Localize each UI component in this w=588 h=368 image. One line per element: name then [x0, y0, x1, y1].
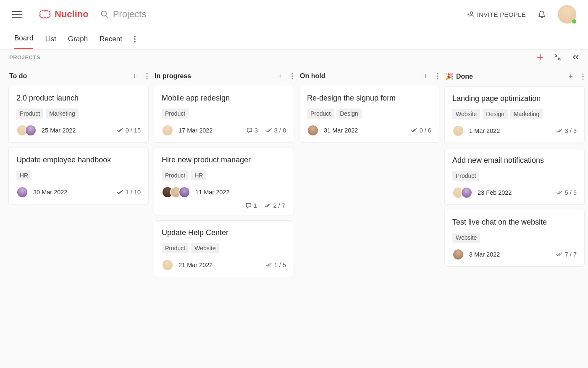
- card-tags: HR: [16, 170, 141, 180]
- column-menu-button[interactable]: [437, 73, 438, 79]
- menu-icon[interactable]: [12, 9, 22, 19]
- svg-point-10: [146, 73, 147, 74]
- card[interactable]: Re-design the signup formProductDesign31…: [299, 86, 439, 143]
- checklist-icon: [265, 203, 271, 208]
- add-column-button[interactable]: [537, 54, 543, 61]
- column-header: On hold+: [299, 68, 439, 86]
- add-card-button[interactable]: +: [423, 72, 428, 80]
- card-tags: ProductHR: [162, 170, 286, 180]
- user-avatar[interactable]: [558, 5, 576, 24]
- card-footer: 31 Mar 20220 / 6: [307, 124, 431, 136]
- column-cards: Landing page optimizationWebsiteDesignMa…: [444, 86, 585, 267]
- card[interactable]: Add new email notificationsProduct23 Feb…: [444, 148, 585, 205]
- tag: Product: [162, 243, 189, 253]
- card-date: 3 Mar 2022: [469, 251, 556, 258]
- avatar-icon: [307, 124, 319, 136]
- bell-icon[interactable]: [538, 10, 546, 19]
- board-label: PROJECTS: [9, 54, 40, 61]
- svg-point-16: [437, 73, 438, 74]
- checklist-metric: 3 / 8: [265, 127, 286, 134]
- board-bar: PROJECTS: [0, 50, 588, 65]
- tab-graph[interactable]: Graph: [68, 29, 88, 49]
- card-footer: 1 Mar 20223 / 3: [452, 125, 577, 137]
- board-area: PROJECTS To do+2.0 product launchProduct…: [0, 50, 588, 368]
- card-avatars: [452, 249, 464, 260]
- invite-people-button[interactable]: INVITE PEOPLE: [467, 11, 526, 18]
- tab-board[interactable]: Board: [14, 29, 33, 49]
- brand-logo[interactable]: Nuclino: [39, 9, 89, 20]
- tag: Design: [483, 109, 508, 119]
- avatar-icon: [461, 187, 472, 199]
- board-column: 🎉Done+Landing page optimizationWebsiteDe…: [444, 68, 585, 267]
- card-metrics: 5 / 5: [556, 189, 577, 196]
- tab-recent[interactable]: Recent: [100, 29, 122, 49]
- avatar-icon: [162, 259, 173, 271]
- checklist-icon: [117, 190, 123, 195]
- card-footer-row2: 12 / 7: [162, 202, 286, 209]
- card-tags: WebsiteDesignMarketing: [452, 109, 577, 119]
- svg-point-6: [134, 38, 136, 40]
- checklist-icon: [265, 128, 272, 133]
- card-title: Update employee handbook: [16, 156, 141, 164]
- invite-label: INVITE PEOPLE: [477, 11, 526, 18]
- column-emoji: 🎉: [445, 72, 454, 80]
- card-footer: 25 Mar 20220 / 15: [16, 124, 141, 136]
- tag: HR: [16, 170, 32, 180]
- more-icon[interactable]: [134, 36, 136, 42]
- card-footer: 23 Feb 20225 / 5: [452, 187, 577, 199]
- card[interactable]: Mobile app redesignProduct17 Mar 202233 …: [154, 86, 294, 143]
- checklist-icon: [556, 252, 563, 257]
- card[interactable]: Hire new product managerProductHR11 Mar …: [154, 148, 294, 215]
- svg-point-20: [582, 76, 583, 77]
- column-header: 🎉Done+: [444, 68, 585, 86]
- svg-point-15: [291, 78, 293, 79]
- card-tags: ProductDesign: [307, 109, 431, 119]
- plus-icon: [537, 54, 543, 61]
- card[interactable]: Update Help CenterProductWebsite21 Mar 2…: [154, 220, 294, 277]
- column-cards: 2.0 product launchProductMarketing25 Mar…: [8, 86, 149, 204]
- svg-point-12: [146, 78, 147, 79]
- column-title: 🎉Done: [445, 72, 568, 80]
- card-tags: ProductWebsite: [162, 243, 286, 253]
- card-metrics: 1 / 5: [265, 262, 286, 268]
- search-area[interactable]: Projects: [100, 9, 467, 20]
- tab-list[interactable]: List: [45, 29, 56, 49]
- column-menu-button[interactable]: [146, 73, 148, 79]
- checklist-metric: 1 / 10: [117, 189, 141, 196]
- svg-point-17: [437, 75, 438, 77]
- card-metrics: 33 / 8: [247, 127, 286, 134]
- card-title: Hire new product manager: [162, 156, 286, 164]
- card-tags: ProductMarketing: [16, 109, 141, 119]
- comments-metric: 1: [246, 202, 257, 209]
- add-card-button[interactable]: +: [132, 72, 137, 80]
- card[interactable]: Update employee handbookHR30 Mar 20221 /…: [8, 148, 149, 204]
- column-cards: Mobile app redesignProduct17 Mar 202233 …: [154, 86, 294, 277]
- card-avatars: [452, 125, 464, 137]
- card[interactable]: 2.0 product launchProductMarketing25 Mar…: [8, 86, 149, 143]
- card-title: Test live chat on the website: [452, 218, 577, 227]
- card-date: 11 Mar 2022: [195, 189, 286, 196]
- checklist-icon: [556, 128, 563, 133]
- card[interactable]: Test live chat on the websiteWebsite3 Ma…: [444, 210, 585, 267]
- card[interactable]: Landing page optimizationWebsiteDesignMa…: [444, 86, 585, 143]
- tag: Product: [452, 171, 479, 181]
- column-menu-button[interactable]: [291, 73, 293, 79]
- view-tabs: Board List Graph Recent: [0, 29, 588, 50]
- chevrons-left-icon: [572, 54, 580, 60]
- checklist-icon: [265, 262, 272, 267]
- checklist-icon: [117, 128, 123, 133]
- card-date: 17 Mar 2022: [178, 127, 247, 134]
- card-metrics: 1 / 10: [117, 189, 141, 196]
- brain-icon: [39, 10, 51, 19]
- svg-point-19: [582, 73, 583, 74]
- add-card-button[interactable]: +: [278, 72, 282, 80]
- card-footer: 30 Mar 20221 / 10: [16, 186, 141, 198]
- column-menu-button[interactable]: [582, 73, 584, 80]
- collapse-button[interactable]: [554, 54, 561, 61]
- tag: Product: [307, 109, 334, 119]
- search-placeholder: Projects: [113, 9, 146, 20]
- hide-sidebar-button[interactable]: [572, 54, 580, 60]
- add-card-button[interactable]: +: [568, 73, 573, 80]
- column-title: On hold: [300, 72, 423, 80]
- column-title: In progress: [155, 72, 278, 80]
